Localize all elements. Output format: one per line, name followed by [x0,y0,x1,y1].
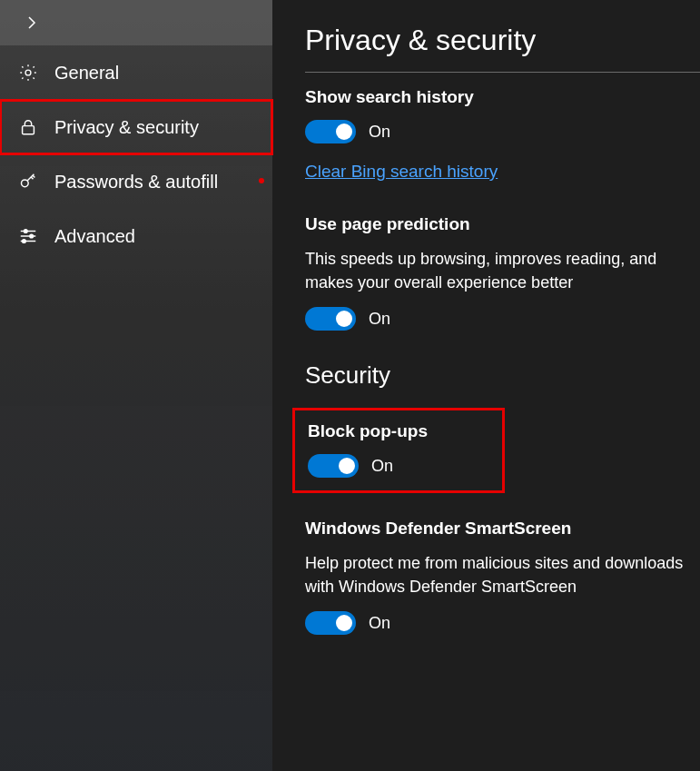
gear-icon [18,63,38,83]
lock-icon [18,117,38,137]
toggle-show-search-history[interactable] [305,120,356,143]
toggle-state-label: On [369,123,390,142]
setting-description: Help protect me from malicious sites and… [305,551,700,598]
toggle-state-label: On [371,457,393,476]
highlighted-block-popups: Block pop-ups On [292,408,505,493]
setting-title: Show search history [305,87,700,107]
setting-description: This speeds up browsing, improves readin… [305,247,700,294]
sidebar-item-label: Privacy & security [54,117,199,138]
setting-page-prediction: Use page prediction This speeds up brows… [305,214,700,331]
clear-bing-history-link[interactable]: Clear Bing search history [305,162,498,182]
sidebar-item-privacy-security[interactable]: Privacy & security [0,100,272,154]
sidebar-item-label: Passwords & autofill [54,172,218,193]
back-button[interactable] [0,0,272,45]
svg-rect-1 [23,126,35,134]
sidebar-item-general[interactable]: General [0,45,272,100]
page-title: Privacy & security [305,24,700,57]
svg-point-8 [23,240,26,243]
sidebar-item-label: Advanced [54,226,135,247]
security-section-heading: Security [305,361,700,390]
svg-point-2 [21,180,28,187]
divider [305,72,700,73]
toggle-block-popups[interactable] [308,454,359,478]
toggle-state-label: On [369,614,390,633]
setting-title: Use page prediction [305,214,700,234]
setting-smartscreen: Windows Defender SmartScreen Help protec… [305,519,700,635]
setting-title: Block pop-ups [308,421,457,441]
svg-point-0 [25,70,31,75]
sliders-icon [18,226,38,246]
settings-sidebar: General Privacy & security Passwords & a… [0,0,272,771]
sidebar-item-advanced[interactable]: Advanced [0,209,272,263]
svg-point-4 [24,230,27,233]
key-icon [18,172,38,192]
svg-point-6 [30,234,34,238]
toggle-page-prediction[interactable] [305,307,356,331]
setting-title: Windows Defender SmartScreen [305,519,700,539]
toggle-smartscreen[interactable] [305,611,356,635]
setting-show-search-history: Show search history On [305,87,700,143]
sidebar-item-passwords-autofill[interactable]: Passwords & autofill [0,154,272,209]
annotation-dot [259,178,264,183]
settings-main-panel: Privacy & security Show search history O… [272,0,700,771]
sidebar-item-label: General [54,63,119,84]
chevron-right-icon [22,13,42,33]
toggle-state-label: On [369,310,390,329]
